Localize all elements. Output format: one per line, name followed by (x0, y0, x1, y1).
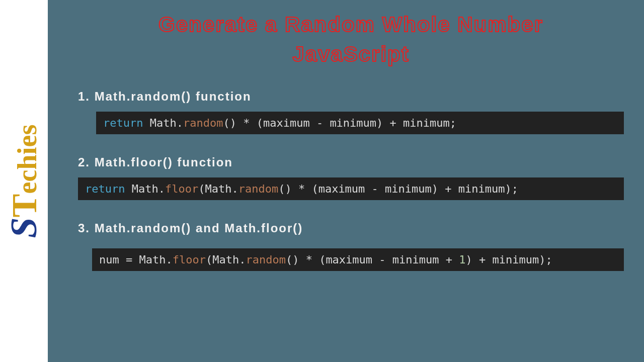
sidebar: STechies (0, 0, 48, 362)
code-block-1: return Math.random() * (maximum - minimu… (96, 112, 624, 134)
code-block-3: num = Math.floor(Math.random() * (maximu… (92, 248, 624, 271)
logo: STechies (3, 124, 45, 238)
logo-s: S (3, 217, 44, 238)
section-heading-2: 2. Math.floor() function (78, 155, 624, 169)
logo-rest: echies (12, 124, 42, 194)
title-line1: Generate a Random Whole Number (158, 13, 543, 36)
code-block-2: return Math.floor(Math.random() * (maxim… (78, 177, 624, 200)
logo-t: T (5, 194, 44, 217)
section-heading-1: 1. Math.random() function (78, 89, 624, 104)
section-heading-3: 3. Math.random() and Math.floor() (78, 221, 624, 235)
title-line2: JavaScript (292, 42, 409, 66)
page-title: Generate a Random Whole Number JavaScrip… (78, 10, 624, 69)
main-content: Generate a Random Whole Number JavaScrip… (48, 0, 644, 362)
